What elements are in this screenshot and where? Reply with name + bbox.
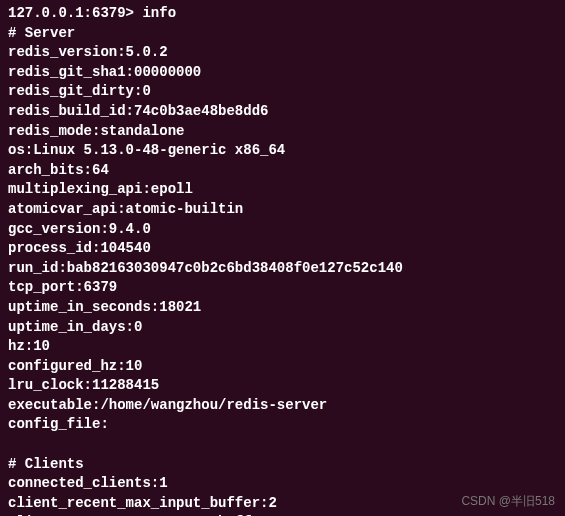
prompt-line: 127.0.0.1:6379> info <box>8 4 557 24</box>
output-line: config_file: <box>8 415 557 435</box>
section-header-server: # Server <box>8 24 557 44</box>
output-line: redis_git_sha1:00000000 <box>8 63 557 83</box>
command-text: info <box>142 5 176 21</box>
section-header-clients: # Clients <box>8 455 557 475</box>
output-line: redis_mode:standalone <box>8 122 557 142</box>
blank-line <box>8 435 557 455</box>
output-line: tcp_port:6379 <box>8 278 557 298</box>
output-line: executable:/home/wangzhou/redis-server <box>8 396 557 416</box>
output-line: lru_clock:11288415 <box>8 376 557 396</box>
output-line: connected_clients:1 <box>8 474 557 494</box>
output-line: multiplexing_api:epoll <box>8 180 557 200</box>
prompt-address: 127.0.0.1:6379> <box>8 5 134 21</box>
terminal-output[interactable]: 127.0.0.1:6379> info # Server redis_vers… <box>8 4 557 516</box>
output-line: redis_build_id:74c0b3ae48be8dd6 <box>8 102 557 122</box>
output-line: gcc_version:9.4.0 <box>8 220 557 240</box>
watermark-text: CSDN @半旧518 <box>461 493 555 510</box>
output-line: redis_version:5.0.2 <box>8 43 557 63</box>
output-line: uptime_in_seconds:18021 <box>8 298 557 318</box>
output-line: arch_bits:64 <box>8 161 557 181</box>
output-line: redis_git_dirty:0 <box>8 82 557 102</box>
output-line: configured_hz:10 <box>8 357 557 377</box>
output-line: atomicvar_api:atomic-builtin <box>8 200 557 220</box>
output-line: os:Linux 5.13.0-48-generic x86_64 <box>8 141 557 161</box>
output-line: hz:10 <box>8 337 557 357</box>
output-line: uptime_in_days:0 <box>8 318 557 338</box>
output-line: process_id:104540 <box>8 239 557 259</box>
output-line: run_id:bab82163030947c0b2c6bd38408f0e127… <box>8 259 557 279</box>
